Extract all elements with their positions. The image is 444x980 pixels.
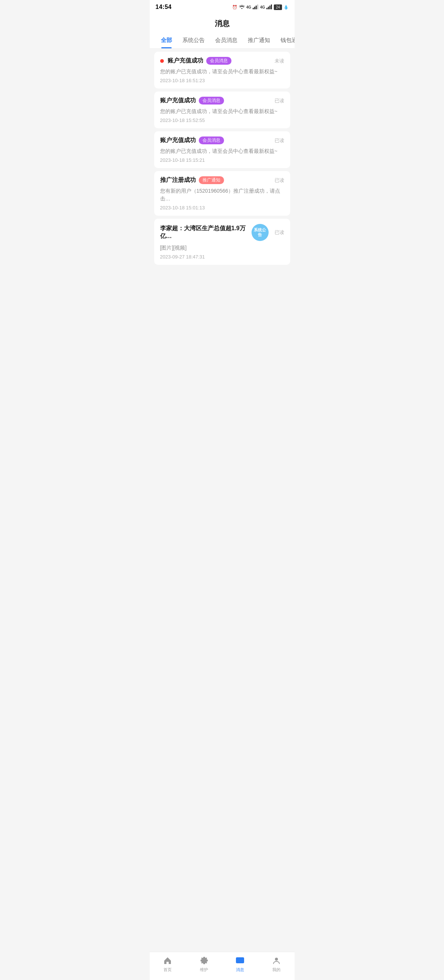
message-time-1: 2023-10-18 16:51:23 [160,78,284,83]
wifi-icon [239,5,245,10]
message-status-4: 已读 [274,177,284,184]
message-item-4[interactable]: 推广注册成功 推广通知 已读 您有新的用户（15201960566）推广注册成功… [154,171,290,216]
page-header: 消息 [150,13,295,33]
message-body-5: [图片][视频] [160,244,284,252]
4g2-icon: 4G [260,5,265,9]
message-list: 账户充值成功 会员消息 未读 您的账户已充值成功，请至会员中心查看最新权益~ 2… [150,52,295,265]
tag-member-1: 会员消息 [206,57,232,65]
message-item-2[interactable]: 账户充值成功 会员消息 已读 您的账户已充值成功，请至会员中心查看最新权益~ 2… [154,91,290,128]
message-body-3: 您的账户已充值成功，请至会员中心查看最新权益~ [160,147,284,155]
message-item-3[interactable]: 账户充值成功 会员消息 已读 您的账户已充值成功，请至会员中心查看最新权益~ 2… [154,131,290,168]
message-title-3: 账户充值成功 [160,137,196,144]
4g-icon: 4G [246,5,251,9]
tab-member[interactable]: 会员消息 [210,33,243,48]
message-time-4: 2023-10-18 15:01:13 [160,205,284,210]
unread-dot [160,59,164,63]
svg-rect-1 [254,7,255,9]
water-drop-icon: 💧 [284,5,289,10]
message-title-2: 账户充值成功 [160,97,196,105]
message-status-3: 已读 [274,137,284,144]
tag-system-5: 系统公告 [252,224,269,241]
alarm-icon: ⏰ [232,5,238,10]
message-time-2: 2023-10-18 15:52:55 [160,118,284,123]
svg-rect-6 [270,6,271,9]
status-icons: ⏰ 4G 4G [232,4,289,10]
svg-rect-2 [255,6,257,9]
svg-rect-3 [257,5,258,9]
message-status-2: 已读 [274,97,284,104]
message-body-1: 您的账户已充值成功，请至会员中心查看最新权益~ [160,68,284,75]
message-time-3: 2023-10-18 15:15:21 [160,158,284,163]
status-bar: 14:54 ⏰ 4G 4G [150,0,295,13]
tab-all[interactable]: 全部 [156,33,177,48]
svg-rect-0 [253,8,254,9]
tab-system[interactable]: 系统公告 [177,33,210,48]
page-title: 消息 [150,19,295,29]
tag-promo-4: 推广通知 [199,176,224,184]
message-title-5: 李家超：大湾区生产总值超1.9万亿… [160,224,252,240]
message-status-5: 已读 [274,229,284,236]
tag-member-3: 会员消息 [199,137,224,144]
message-body-4: 您有新的用户（15201960566）推广注册成功，请点击… [160,187,284,203]
message-title-1: 账户充值成功 [168,57,203,65]
message-time-5: 2023-09-27 18:47:31 [160,254,284,259]
signal2-icon [266,4,272,10]
svg-rect-5 [268,7,269,9]
tag-member-2: 会员消息 [199,97,224,105]
signal-icon [253,4,258,10]
message-status-1: 未读 [274,58,284,64]
status-time: 14:54 [156,4,172,10]
message-body-2: 您的账户已充值成功，请至会员中心查看最新权益~ [160,108,284,115]
tab-wallet[interactable]: 钱包通知 [275,33,295,48]
tabs-bar: 全部 系统公告 会员消息 推广通知 钱包通知 [150,33,295,49]
message-item-5[interactable]: 李家超：大湾区生产总值超1.9万亿… 系统公告 已读 [图片][视频] 2023… [154,219,290,265]
message-title-4: 推广注册成功 [160,176,196,184]
svg-rect-7 [271,5,272,9]
battery-icon: 24 [274,5,282,10]
message-item-1[interactable]: 账户充值成功 会员消息 未读 您的账户已充值成功，请至会员中心查看最新权益~ 2… [154,52,290,89]
tab-promo[interactable]: 推广通知 [243,33,275,48]
svg-rect-4 [266,8,268,9]
